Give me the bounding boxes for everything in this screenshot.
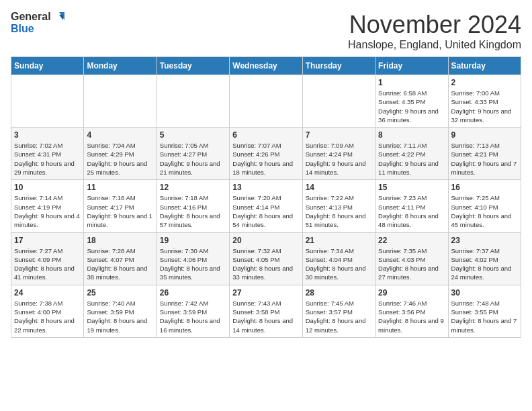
cell-2-6: 16Sunrise: 7:25 AM Sunset: 4:10 PM Dayli… xyxy=(448,180,521,232)
cell-3-0: 17Sunrise: 7:27 AM Sunset: 4:09 PM Dayli… xyxy=(11,232,84,285)
day-number: 16 xyxy=(451,183,518,192)
day-number: 1 xyxy=(378,78,445,87)
logo: General Blue xyxy=(11,11,64,35)
day-number: 17 xyxy=(14,236,81,245)
day-info: Sunrise: 7:40 AM Sunset: 3:59 PM Dayligh… xyxy=(87,299,153,334)
day-number: 9 xyxy=(451,130,518,140)
cell-4-2: 26Sunrise: 7:42 AM Sunset: 3:59 PM Dayli… xyxy=(157,285,229,337)
cell-0-1 xyxy=(84,75,157,128)
day-number: 4 xyxy=(87,130,153,140)
calendar-table: Sunday Monday Tuesday Wednesday Thursday… xyxy=(11,56,521,338)
cell-1-3: 6Sunrise: 7:07 AM Sunset: 4:26 PM Daylig… xyxy=(230,128,302,180)
day-info: Sunrise: 7:16 AM Sunset: 4:17 PM Dayligh… xyxy=(87,193,153,229)
cell-0-6: 2Sunrise: 7:00 AM Sunset: 4:33 PM Daylig… xyxy=(448,75,521,128)
day-number: 25 xyxy=(87,288,153,298)
header-row: Sunday Monday Tuesday Wednesday Thursday… xyxy=(11,57,521,75)
day-number: 3 xyxy=(14,130,81,140)
cell-2-4: 14Sunrise: 7:22 AM Sunset: 4:13 PM Dayli… xyxy=(302,180,375,232)
day-info: Sunrise: 7:37 AM Sunset: 4:02 PM Dayligh… xyxy=(451,246,518,282)
cell-3-4: 21Sunrise: 7:34 AM Sunset: 4:04 PM Dayli… xyxy=(302,232,375,285)
day-info: Sunrise: 7:38 AM Sunset: 4:00 PM Dayligh… xyxy=(14,299,81,334)
day-info: Sunrise: 7:04 AM Sunset: 4:29 PM Dayligh… xyxy=(87,141,153,177)
cell-2-5: 15Sunrise: 7:23 AM Sunset: 4:11 PM Dayli… xyxy=(375,180,448,232)
week-row-1: 3Sunrise: 7:02 AM Sunset: 4:31 PM Daylig… xyxy=(11,128,521,180)
day-info: Sunrise: 7:32 AM Sunset: 4:05 PM Dayligh… xyxy=(232,246,299,282)
day-info: Sunrise: 7:09 AM Sunset: 4:24 PM Dayligh… xyxy=(306,141,372,177)
day-info: Sunrise: 7:28 AM Sunset: 4:07 PM Dayligh… xyxy=(87,246,153,282)
day-number: 20 xyxy=(232,236,299,245)
day-number: 15 xyxy=(378,183,445,192)
day-info: Sunrise: 7:05 AM Sunset: 4:27 PM Dayligh… xyxy=(160,141,226,177)
cell-4-1: 25Sunrise: 7:40 AM Sunset: 3:59 PM Dayli… xyxy=(84,285,157,337)
day-number: 5 xyxy=(160,130,226,140)
col-friday: Friday xyxy=(375,57,448,75)
month-title: November 2024 xyxy=(348,11,521,39)
col-saturday: Saturday xyxy=(448,57,521,75)
day-info: Sunrise: 7:00 AM Sunset: 4:33 PM Dayligh… xyxy=(451,89,518,124)
cell-0-3 xyxy=(230,75,302,128)
day-info: Sunrise: 7:20 AM Sunset: 4:14 PM Dayligh… xyxy=(232,193,299,229)
day-number: 27 xyxy=(232,288,299,298)
day-info: Sunrise: 7:45 AM Sunset: 3:57 PM Dayligh… xyxy=(306,299,372,334)
week-row-0: 1Sunrise: 6:58 AM Sunset: 4:35 PM Daylig… xyxy=(11,75,521,128)
col-sunday: Sunday xyxy=(11,57,84,75)
cell-0-0 xyxy=(11,75,84,128)
cell-2-0: 10Sunrise: 7:14 AM Sunset: 4:19 PM Dayli… xyxy=(11,180,84,232)
week-row-2: 10Sunrise: 7:14 AM Sunset: 4:19 PM Dayli… xyxy=(11,180,521,232)
day-number: 29 xyxy=(378,288,445,298)
day-number: 24 xyxy=(14,288,81,298)
cell-3-6: 23Sunrise: 7:37 AM Sunset: 4:02 PM Dayli… xyxy=(448,232,521,285)
cell-4-3: 27Sunrise: 7:43 AM Sunset: 3:58 PM Dayli… xyxy=(230,285,302,337)
cell-4-0: 24Sunrise: 7:38 AM Sunset: 4:00 PM Dayli… xyxy=(11,285,84,337)
day-info: Sunrise: 7:22 AM Sunset: 4:13 PM Dayligh… xyxy=(306,193,372,229)
day-info: Sunrise: 7:27 AM Sunset: 4:09 PM Dayligh… xyxy=(14,246,81,282)
svg-marker-1 xyxy=(59,15,63,20)
day-info: Sunrise: 7:48 AM Sunset: 3:55 PM Dayligh… xyxy=(451,299,518,334)
day-info: Sunrise: 7:07 AM Sunset: 4:26 PM Dayligh… xyxy=(232,141,299,177)
location-title: Hanslope, England, United Kingdom xyxy=(348,39,521,51)
day-number: 21 xyxy=(306,236,372,245)
cell-4-4: 28Sunrise: 7:45 AM Sunset: 3:57 PM Dayli… xyxy=(302,285,375,337)
day-info: Sunrise: 7:18 AM Sunset: 4:16 PM Dayligh… xyxy=(160,193,226,229)
day-info: Sunrise: 7:35 AM Sunset: 4:03 PM Dayligh… xyxy=(378,246,445,282)
week-row-3: 17Sunrise: 7:27 AM Sunset: 4:09 PM Dayli… xyxy=(11,232,521,285)
day-info: Sunrise: 7:02 AM Sunset: 4:31 PM Dayligh… xyxy=(14,141,81,177)
cell-1-5: 8Sunrise: 7:11 AM Sunset: 4:22 PM Daylig… xyxy=(375,128,448,180)
col-thursday: Thursday xyxy=(302,57,375,75)
day-number: 11 xyxy=(87,183,153,192)
day-number: 22 xyxy=(378,236,445,245)
cell-3-5: 22Sunrise: 7:35 AM Sunset: 4:03 PM Dayli… xyxy=(375,232,448,285)
day-info: Sunrise: 6:58 AM Sunset: 4:35 PM Dayligh… xyxy=(378,89,445,124)
cell-1-2: 5Sunrise: 7:05 AM Sunset: 4:27 PM Daylig… xyxy=(157,128,229,180)
col-wednesday: Wednesday xyxy=(230,57,302,75)
cell-2-3: 13Sunrise: 7:20 AM Sunset: 4:14 PM Dayli… xyxy=(230,180,302,232)
cell-1-1: 4Sunrise: 7:04 AM Sunset: 4:29 PM Daylig… xyxy=(84,128,157,180)
cell-1-6: 9Sunrise: 7:13 AM Sunset: 4:21 PM Daylig… xyxy=(448,128,521,180)
day-number: 23 xyxy=(451,236,518,245)
cell-2-1: 11Sunrise: 7:16 AM Sunset: 4:17 PM Dayli… xyxy=(84,180,157,232)
cell-1-4: 7Sunrise: 7:09 AM Sunset: 4:24 PM Daylig… xyxy=(302,128,375,180)
day-info: Sunrise: 7:30 AM Sunset: 4:06 PM Dayligh… xyxy=(160,246,226,282)
day-number: 28 xyxy=(306,288,372,298)
day-number: 14 xyxy=(306,183,372,192)
cell-3-3: 20Sunrise: 7:32 AM Sunset: 4:05 PM Dayli… xyxy=(230,232,302,285)
day-number: 7 xyxy=(306,130,372,140)
day-number: 26 xyxy=(160,288,226,298)
day-info: Sunrise: 7:34 AM Sunset: 4:04 PM Dayligh… xyxy=(306,246,372,282)
day-info: Sunrise: 7:13 AM Sunset: 4:21 PM Dayligh… xyxy=(451,141,518,177)
day-info: Sunrise: 7:14 AM Sunset: 4:19 PM Dayligh… xyxy=(14,193,81,229)
day-info: Sunrise: 7:23 AM Sunset: 4:11 PM Dayligh… xyxy=(378,193,445,229)
day-number: 10 xyxy=(14,183,81,192)
day-info: Sunrise: 7:46 AM Sunset: 3:56 PM Dayligh… xyxy=(378,299,445,334)
day-number: 6 xyxy=(232,130,299,140)
day-number: 19 xyxy=(160,236,226,245)
cell-1-0: 3Sunrise: 7:02 AM Sunset: 4:31 PM Daylig… xyxy=(11,128,84,180)
title-section: November 2024 Hanslope, England, United … xyxy=(348,11,521,51)
cell-0-4 xyxy=(302,75,375,128)
day-number: 13 xyxy=(232,183,299,192)
cell-4-6: 30Sunrise: 7:48 AM Sunset: 3:55 PM Dayli… xyxy=(448,285,521,337)
cell-3-2: 19Sunrise: 7:30 AM Sunset: 4:06 PM Dayli… xyxy=(157,232,229,285)
day-number: 30 xyxy=(451,288,518,298)
cell-0-2 xyxy=(157,75,229,128)
header: General Blue November 2024 Hanslope, Eng… xyxy=(11,11,521,51)
